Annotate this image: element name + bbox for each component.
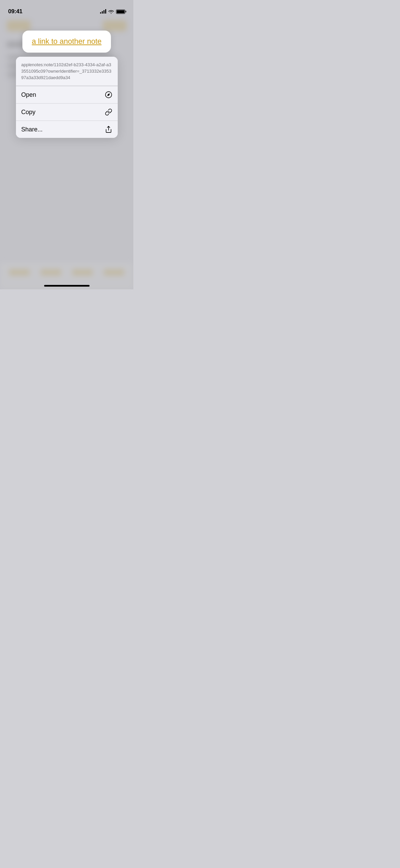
share-menu-item[interactable]: Share... xyxy=(16,121,118,138)
copy-label: Copy xyxy=(21,109,36,116)
svg-marker-1 xyxy=(107,93,110,96)
share-label: Share... xyxy=(21,126,43,133)
link-icon xyxy=(105,108,112,116)
link-bubble: a link to another note xyxy=(22,31,111,53)
copy-menu-item[interactable]: Copy xyxy=(16,103,118,121)
status-icons xyxy=(100,10,125,14)
popup-area: a link to another note applenotes:note/1… xyxy=(0,31,133,138)
compass-icon xyxy=(105,91,112,98)
open-menu-item[interactable]: Open xyxy=(16,86,118,103)
home-indicator xyxy=(44,285,90,287)
url-text: applenotes:note/1102d2ef-b233-4334-a2af-… xyxy=(21,62,112,80)
signal-bars-icon xyxy=(100,10,106,14)
context-menu: applenotes:note/1102d2ef-b233-4334-a2af-… xyxy=(16,57,118,138)
open-label: Open xyxy=(21,91,36,98)
share-icon xyxy=(105,126,112,133)
link-bubble-text: a link to another note xyxy=(32,37,101,46)
url-preview: applenotes:note/1102d2ef-b233-4334-a2af-… xyxy=(16,57,118,86)
battery-icon xyxy=(116,10,125,14)
wifi-icon xyxy=(108,10,114,14)
status-time: 09:41 xyxy=(8,8,22,15)
status-bar: 09:41 xyxy=(0,0,133,18)
